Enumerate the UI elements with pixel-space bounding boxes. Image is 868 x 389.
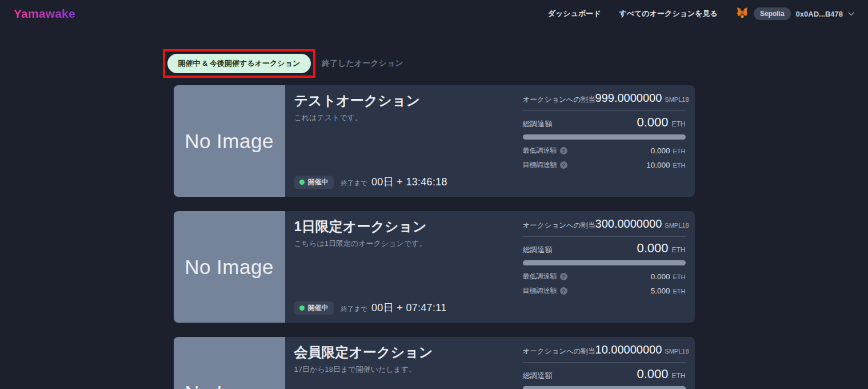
target-raise-unit: ETH (673, 288, 686, 295)
help-icon[interactable]: ? (560, 161, 567, 169)
help-icon[interactable]: ? (560, 273, 567, 280)
min-raise-unit: ETH (673, 148, 686, 154)
status-label: 開催中 (308, 177, 329, 187)
logo[interactable]: Yamawake (14, 7, 75, 21)
progress-bar (523, 260, 686, 265)
nav-all-auctions[interactable]: すべてのオークションを見る (619, 9, 718, 19)
countdown-label: 終了まで (341, 179, 368, 188)
allocation-unit: SMPL18 (665, 220, 689, 231)
target-raise-label: 目標調達額 (523, 160, 557, 170)
target-raise-label-group: 目標調達額 ? (523, 160, 567, 170)
countdown: 終了まで 00日 + 07:47:11 (341, 301, 447, 315)
auction-card-left: 会員限定オークション 17日から18日まで開催いたします。 (294, 344, 509, 389)
target-raise-unit: ETH (673, 162, 686, 169)
allocation-label: オークションへの割当 (523, 94, 595, 105)
raised-value: 0.000 (637, 242, 668, 255)
countdown: 終了まで 00日 + 13:46:18 (341, 175, 447, 189)
nav-dashboard[interactable]: ダッシュボード (548, 9, 601, 19)
network-badge[interactable]: Sepolia (754, 7, 791, 20)
target-raise-amount: 10.000 ETH (646, 161, 685, 169)
auction-card-left: テストオークション これはテストです。 開催中 終了まで 00日 + 13:46… (294, 92, 509, 189)
help-icon[interactable]: ? (560, 287, 567, 295)
min-raise-label-group: 最低調達額 ? (523, 272, 567, 281)
min-raise-value: 0.000 (651, 272, 670, 281)
target-raise-label-group: 目標調達額 ? (523, 286, 567, 296)
allocation-value: 10.00000000 (595, 344, 662, 355)
min-raise-row: 最低調達額 ? 0.000 ETH (523, 272, 686, 281)
auction-title: 会員限定オークション (294, 344, 509, 361)
min-raise-amount: 0.000 ETH (651, 146, 686, 155)
auction-title: 1日限定オークション (294, 218, 509, 235)
chevron-down-icon[interactable] (848, 12, 854, 16)
auction-card[interactable]: No Image テストオークション これはテストです。 開催中 終了まで (174, 85, 695, 197)
min-raise-label: 最低調達額 (523, 272, 557, 281)
raised-label: 総調達額 (523, 244, 553, 256)
min-raise-value: 0.000 (651, 146, 670, 155)
raised-unit: ETH (672, 244, 686, 256)
raised-label: 総調達額 (523, 118, 553, 130)
auction-card[interactable]: No Image 会員限定オークション 17日から18日まで開催いたします。 (174, 337, 695, 389)
auction-stats: オークションへの割当 10.00000000 SMPL18 総調達額 0.000… (523, 344, 686, 389)
raised-amount: 0.000 ETH (637, 242, 685, 256)
status-dot-icon (299, 180, 305, 185)
allocation-row: オークションへの割当 999.0000000 SMPL18 (523, 92, 686, 111)
raised-row: 総調達額 0.000 ETH (523, 368, 686, 382)
target-raise-label: 目標調達額 (523, 286, 557, 296)
metamask-fox-icon (736, 7, 749, 21)
min-raise-label-group: 最低調達額 ? (523, 146, 567, 156)
auction-card-body: テストオークション これはテストです。 開催中 終了まで 00日 + 13:46… (285, 85, 695, 197)
auction-image-placeholder: No Image (174, 337, 285, 389)
progress-bar (523, 386, 686, 389)
raised-amount: 0.000 ETH (637, 368, 685, 382)
header: Yamawake ダッシュボード すべてのオークションを見る Sepolia 0… (0, 0, 868, 27)
allocation-amount: 300.0000000 SMPL18 (595, 218, 689, 231)
allocation-row: オークションへの割当 10.00000000 SMPL18 (523, 344, 686, 363)
auction-description: 17日から18日まで開催いたします。 (294, 364, 509, 375)
raised-row: 総調達額 0.000 ETH (523, 116, 686, 130)
allocation-label: オークションへの割当 (523, 220, 595, 231)
target-raise-value: 10.000 (646, 161, 670, 169)
status-label: 開催中 (308, 303, 329, 313)
allocation-value: 300.0000000 (595, 218, 662, 229)
countdown-value: 00日 + 07:47:11 (371, 301, 446, 315)
auction-title: テストオークション (294, 92, 509, 109)
raised-unit: ETH (672, 118, 686, 130)
auction-card-left: 1日限定オークション こちらは1日限定のオークションです。 開催中 終了まで 0… (294, 218, 509, 315)
progress-bar (523, 134, 686, 140)
status-badge: 開催中 (294, 301, 334, 315)
allocation-amount: 10.00000000 SMPL18 (595, 344, 689, 357)
allocation-row: オークションへの割当 300.0000000 SMPL18 (523, 218, 686, 237)
target-raise-row: 目標調達額 ? 10.000 ETH (523, 160, 686, 170)
auction-description: こちらは1日限定のオークションです。 (294, 239, 509, 249)
raised-value: 0.000 (637, 116, 668, 129)
raised-unit: ETH (672, 370, 686, 382)
raised-value: 0.000 (637, 368, 668, 380)
countdown-value: 00日 + 13:46:18 (371, 175, 447, 189)
target-raise-amount: 5.000 ETH (651, 287, 686, 295)
status-dot-icon (299, 305, 305, 311)
allocation-amount: 999.0000000 SMPL18 (595, 92, 689, 105)
auction-card-body: 会員限定オークション 17日から18日まで開催いたします。 (285, 337, 695, 389)
tab-ended-auctions[interactable]: 終了したオークション (322, 58, 403, 69)
tab-active-upcoming[interactable]: 開催中 & 今後開催するオークション (167, 54, 311, 73)
auction-stats: オークションへの割当 999.0000000 SMPL18 総調達額 0.000… (523, 92, 686, 189)
target-raise-row: 目標調達額 ? 5.000 ETH (523, 286, 686, 296)
auction-status-row: 開催中 終了まで 00日 + 13:46:18 (294, 175, 509, 189)
allocation-value: 999.0000000 (595, 92, 662, 104)
auction-list: No Image テストオークション これはテストです。 開催中 終了まで (174, 85, 695, 389)
countdown-label: 終了まで (341, 305, 368, 313)
auction-card[interactable]: No Image 1日限定オークション こちらは1日限定のオークションです。 開… (174, 211, 695, 323)
wallet-menu[interactable]: Sepolia 0x0AD...B478 (736, 7, 854, 21)
header-right: ダッシュボード すべてのオークションを見る Sepolia 0x0AD...B4… (548, 7, 854, 21)
auction-tabs: 開催中 & 今後開催するオークション 終了したオークション (163, 49, 695, 78)
auction-status-row: 開催中 終了まで 00日 + 07:47:11 (294, 301, 509, 315)
help-icon[interactable]: ? (560, 147, 567, 154)
red-annotation-box: 開催中 & 今後開催するオークション (163, 49, 316, 78)
raised-row: 総調達額 0.000 ETH (523, 242, 686, 256)
min-raise-row: 最低調達額 ? 0.000 ETH (523, 146, 686, 156)
allocation-unit: SMPL18 (665, 94, 689, 105)
min-raise-unit: ETH (673, 273, 686, 280)
allocation-unit: SMPL18 (665, 346, 689, 357)
wallet-address[interactable]: 0x0AD...B478 (796, 10, 843, 18)
status-badge: 開催中 (294, 176, 334, 189)
